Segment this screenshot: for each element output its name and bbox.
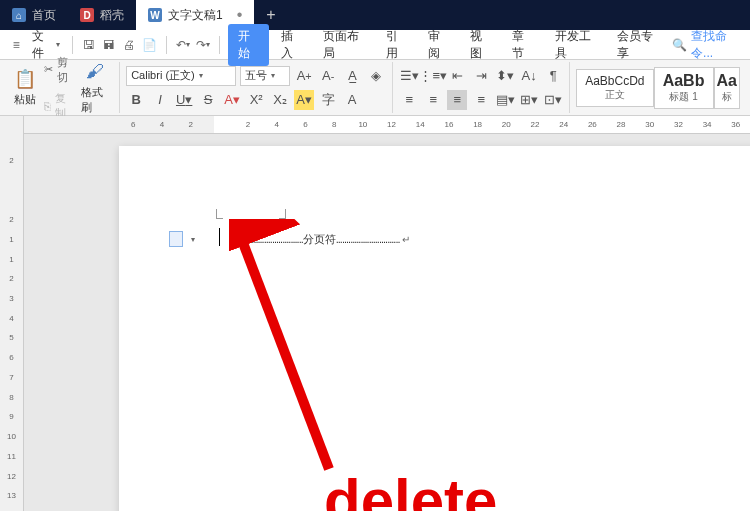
ribbon-tab-start[interactable]: 开始 xyxy=(228,24,268,66)
increase-indent-button[interactable]: ⇥ xyxy=(471,66,491,86)
hruler-mark: 2 xyxy=(176,120,205,129)
align-right-button[interactable]: ≡ xyxy=(447,90,467,110)
hruler-mark: 10 xyxy=(349,120,378,129)
hruler-mark: 4 xyxy=(148,120,177,129)
show-marks-button[interactable]: ¶ xyxy=(543,66,563,86)
style-normal[interactable]: AaBbCcDd 正文 xyxy=(576,69,653,107)
docer-icon: D xyxy=(80,8,94,22)
vruler-mark: 2 xyxy=(9,274,13,294)
vruler-mark: 9 xyxy=(9,412,13,432)
vruler-mark: 2 xyxy=(9,215,13,235)
undo-icon[interactable]: ↶▾ xyxy=(175,36,191,54)
ribbon: 📋 粘贴 ✂ 剪切 ⎘ 复制 🖌 格式刷 Calibri (正文) ▾ xyxy=(0,60,750,116)
phonetic-button[interactable]: 字 xyxy=(318,90,338,110)
vruler-mark: 10 xyxy=(7,432,16,452)
change-case-button[interactable]: A̲ xyxy=(342,66,362,86)
wps-doc-icon: W xyxy=(148,8,162,22)
underline-button[interactable]: U▾ xyxy=(174,90,194,110)
style-normal-name: 正文 xyxy=(585,88,644,102)
subscript-button[interactable]: X₂ xyxy=(270,90,290,110)
bullets-button[interactable]: ☰▾ xyxy=(399,66,419,86)
new-tab-button[interactable]: + xyxy=(254,6,287,24)
chevron-down-icon: ▾ xyxy=(199,71,203,80)
ribbon-tab-references[interactable]: 引用 xyxy=(376,24,416,66)
shading-button[interactable]: ⊞▾ xyxy=(519,90,539,110)
dots-icon: ............................... xyxy=(239,233,303,245)
document-page[interactable]: ▾ ............................... 分页符 ..… xyxy=(119,146,750,511)
tab-home[interactable]: ⌂ 首页 xyxy=(0,0,68,30)
vruler-mark: 3 xyxy=(9,294,13,314)
ribbon-tab-insert[interactable]: 插入 xyxy=(271,24,311,66)
ribbon-tab-devtools[interactable]: 开发工具 xyxy=(545,24,606,66)
hruler-mark: 2 xyxy=(234,120,263,129)
decrease-indent-button[interactable]: ⇤ xyxy=(447,66,467,86)
page-thumbnail-icon[interactable] xyxy=(169,231,183,247)
decrease-font-button[interactable]: A- xyxy=(318,66,338,86)
page-break-marker[interactable]: ............................... 分页符 ....… xyxy=(239,232,410,247)
distribute-button[interactable]: ▤▾ xyxy=(495,90,515,110)
command-search[interactable]: 🔍 查找命令... xyxy=(672,28,742,62)
char-border-button[interactable]: A xyxy=(342,90,362,110)
separator xyxy=(166,36,167,54)
superscript-button[interactable]: X² xyxy=(246,90,266,110)
ribbon-tab-member[interactable]: 会员专享 xyxy=(607,24,668,66)
styles-group: AaBbCcDd 正文 AaBb 标题 1 Aa 标 xyxy=(570,62,746,113)
ribbon-tab-review[interactable]: 审阅 xyxy=(418,24,458,66)
paste-button[interactable]: 📋 粘贴 xyxy=(10,66,40,109)
line-spacing-button[interactable]: ⬍▾ xyxy=(495,66,515,86)
print-icon[interactable]: 🖨 xyxy=(121,36,137,54)
font-name-value: Calibri (正文) xyxy=(131,68,195,83)
page-content: ▾ ............................... 分页符 ..… xyxy=(169,231,410,247)
ribbon-tab-layout[interactable]: 页面布局 xyxy=(313,24,374,66)
hruler-mark: 4 xyxy=(262,120,291,129)
dots-icon: ............................... xyxy=(336,233,400,245)
margin-notch-icon xyxy=(279,209,286,219)
paste-icon: 📋 xyxy=(14,68,36,90)
font-name-select[interactable]: Calibri (正文) ▾ xyxy=(126,66,236,86)
font-group: Calibri (正文) ▾ 五号 ▾ A+ A- A̲ ◈ B I U▾ S … xyxy=(120,62,393,113)
style-heading2[interactable]: Aa 标 xyxy=(714,67,740,109)
hruler-mark: 8 xyxy=(320,120,349,129)
save-icon[interactable]: 🖫 xyxy=(81,36,97,54)
align-left-button[interactable]: ≡ xyxy=(399,90,419,110)
vruler-mark: 13 xyxy=(7,491,16,511)
ribbon-tab-sections[interactable]: 章节 xyxy=(502,24,542,66)
search-icon: 🔍 xyxy=(672,38,687,52)
bold-button[interactable]: B xyxy=(126,90,146,110)
vertical-ruler[interactable]: 2 2 1 1 2 3 4 5 6 7 8 9 10 11 12 13 xyxy=(0,116,24,511)
cut-button[interactable]: ✂ 剪切 xyxy=(40,53,77,87)
increase-font-button[interactable]: A+ xyxy=(294,66,314,86)
ribbon-tab-view[interactable]: 视图 xyxy=(460,24,500,66)
format-painter-button[interactable]: 🖌 格式刷 xyxy=(77,59,113,117)
horizontal-ruler[interactable]: 6 4 2 2 4 6 8 10 12 14 16 18 20 22 24 26… xyxy=(24,116,750,134)
vruler-mark: 7 xyxy=(9,373,13,393)
align-justify-button[interactable]: ≡ xyxy=(471,90,491,110)
annotation-text: delete xyxy=(324,466,497,511)
tab-docer[interactable]: D 稻壳 xyxy=(68,0,136,30)
hruler-mark: 6 xyxy=(119,120,148,129)
format-painter-icon: 🖌 xyxy=(84,61,106,83)
font-size-select[interactable]: 五号 ▾ xyxy=(240,66,290,86)
clear-format-button[interactable]: ◈ xyxy=(366,66,386,86)
page-break-label: 分页符 xyxy=(303,232,336,247)
highlight-button[interactable]: A▾ xyxy=(294,90,314,110)
strikethrough-button[interactable]: S xyxy=(198,90,218,110)
hruler-mark: 36 xyxy=(721,120,750,129)
vruler-mark: 12 xyxy=(7,472,16,492)
vruler-mark: 4 xyxy=(9,314,13,334)
borders-button[interactable]: ⊡▾ xyxy=(543,90,563,110)
separator xyxy=(72,36,73,54)
style-heading1[interactable]: AaBb 标题 1 xyxy=(654,67,714,109)
style-heading1-name: 标题 1 xyxy=(663,90,705,104)
sort-button[interactable]: A↓ xyxy=(519,66,539,86)
format-painter-label: 格式刷 xyxy=(81,85,109,115)
font-color-button[interactable]: A▾ xyxy=(222,90,242,110)
hamburger-icon[interactable]: ≡ xyxy=(8,36,24,54)
vruler-mark: 2 xyxy=(9,156,13,176)
redo-icon[interactable]: ↷▾ xyxy=(195,36,211,54)
numbering-button[interactable]: ⋮≡▾ xyxy=(423,66,443,86)
save-as-icon[interactable]: 🖬 xyxy=(101,36,117,54)
italic-button[interactable]: I xyxy=(150,90,170,110)
print-preview-icon[interactable]: 📄 xyxy=(142,36,158,54)
align-center-button[interactable]: ≡ xyxy=(423,90,443,110)
